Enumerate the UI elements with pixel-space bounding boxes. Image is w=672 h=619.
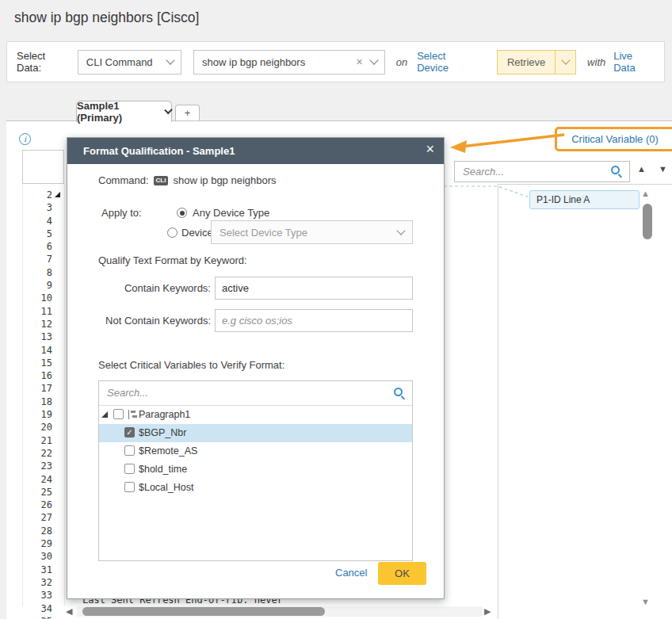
tree-rows: Paragraph1✓$BGP_Nbr$Remote_AS$hold_time$… [99,406,412,560]
expander-icon[interactable] [101,411,108,418]
line-number: 27 [21,511,52,524]
line-number: 24 [21,473,52,486]
cancel-button[interactable]: Cancel [335,567,367,579]
chevron-down-icon [561,55,570,64]
chevron-down-icon [396,226,405,235]
panel-divider [498,184,498,619]
scroll-up-icon[interactable]: ▲ [641,189,650,198]
line-number: 9 [21,279,52,292]
not-contain-keywords-label: Not Contain Keywords: [67,315,211,327]
line-number: 31 [21,564,52,576]
scroll-left-icon[interactable]: ◀ [66,607,72,616]
page-title: show ip bgp neighbors [Cisco] [14,10,199,26]
retrieve-button[interactable]: Retrieve [497,50,555,75]
tree-item-label: $Remote_AS [139,442,197,460]
line-number: 35 [21,615,52,619]
annotation-arrow [441,124,575,155]
add-tab-button[interactable]: + [175,105,200,120]
line-number: 7 [21,253,52,266]
chevron-down-icon[interactable] [164,106,173,115]
line-number: 25 [21,486,52,499]
checkbox-icon[interactable] [124,445,135,456]
fold-marker-icon[interactable] [55,192,60,197]
close-icon[interactable]: × [426,141,434,158]
command-label: Command: [98,174,149,186]
search-icon[interactable] [610,165,623,178]
line-number: 11 [21,305,52,318]
line-number: 33 [21,589,52,602]
variable-tree: Paragraph1✓$BGP_Nbr$Remote_AS$hold_time$… [98,380,413,561]
tree-item-label: $BGP_Nbr [139,424,186,442]
line-number: 30 [21,550,52,563]
tree-item-variable[interactable]: $Local_Host [99,479,412,497]
dialog-header[interactable]: Format Qualification - Sample1 × [67,138,444,164]
vertical-scrollbar-thumb[interactable] [643,204,652,239]
contain-keywords-input[interactable] [215,277,413,300]
variable-chip[interactable]: P1-ID Line A [529,190,640,209]
tree-search-row [99,381,412,406]
paragraph-icon [128,410,138,419]
search-icon[interactable] [393,387,406,399]
chevron-down-icon [166,55,174,64]
tab-sample1[interactable]: Sample1 (Primary) [76,101,172,122]
line-number: 4 [21,215,52,227]
chevron-down-icon[interactable] [369,55,378,64]
line-number: 20 [21,421,52,434]
line-number: 8 [21,266,52,279]
scroll-right-icon[interactable]: ▶ [484,607,491,616]
checkbox-icon[interactable] [124,464,135,474]
checkbox-icon[interactable] [113,409,124,419]
live-data-link[interactable]: Live Data [613,50,655,74]
contain-keywords-label: Contain Keywords: [67,282,211,294]
toolbar: Select Data: CLI Command show ip bgp nei… [6,41,665,82]
tab-sample1-label: Sample1 (Primary) [77,100,159,124]
info-icon[interactable]: i [19,133,31,145]
previous-match-button[interactable]: ▲ [637,165,646,174]
line-number: 34 [21,602,52,615]
tree-item-paragraph[interactable]: Paragraph1 [99,406,412,424]
command-combobox[interactable]: show ip bgp neighbors × [193,50,385,75]
tree-search-input[interactable] [99,381,412,404]
with-label: with [587,56,605,68]
command-value: show ip bgp neighbors [202,56,305,68]
line-number: 22 [21,447,52,460]
command-text: show ip bgp neighbors [173,174,276,186]
tree-item-variable[interactable]: $hold_time [99,460,412,479]
variable-connector-line [441,182,536,201]
not-contain-keywords-input[interactable] [215,309,413,332]
device-type-value: Select Device Type [220,227,307,239]
checkbox-icon[interactable] [124,482,135,492]
line-number: 26 [21,499,52,511]
any-device-radio[interactable] [177,208,187,218]
ok-button[interactable]: OK [378,562,426,585]
data-type-value: CLI Command [86,56,153,68]
line-number: 21 [21,434,52,447]
line-number: 5 [21,227,52,240]
line-number: 32 [21,576,52,589]
any-device-label: Any Device Type [193,207,269,219]
line-number: 14 [21,344,52,357]
tree-item-variable[interactable]: ✓$BGP_Nbr [99,424,412,442]
scroll-down-icon[interactable]: ▼ [641,598,650,606]
device-type-radio[interactable] [167,227,178,238]
variable-search-input[interactable] [454,161,630,182]
line-number: 3 [21,201,52,214]
device-type-select[interactable]: Select Device Type [211,220,413,244]
on-label: on [396,56,407,68]
dialog-title: Format Qualification - Sample1 [83,138,235,164]
clear-icon[interactable]: × [357,56,363,67]
cli-badge: CLI [154,176,169,185]
line-number: 17 [21,382,52,395]
checkbox-icon[interactable]: ✓ [124,427,135,438]
format-qualification-dialog: Format Qualification - Sample1 × Command… [67,137,445,599]
line-number: 19 [21,408,52,421]
data-type-select[interactable]: CLI Command [78,50,181,75]
next-match-button[interactable]: ▼ [659,165,667,174]
horizontal-scrollbar-thumb[interactable] [82,607,325,616]
critical-variable-label: Critical Variable (0) [571,133,659,145]
line-number-gutter: 2345678910111213141516171819202122232425… [21,189,52,619]
line-number: 10 [21,292,52,304]
tree-item-variable[interactable]: $Remote_AS [99,442,412,460]
select-device-link[interactable]: Select Device [417,50,476,74]
retrieve-dropdown-button[interactable] [555,50,576,75]
